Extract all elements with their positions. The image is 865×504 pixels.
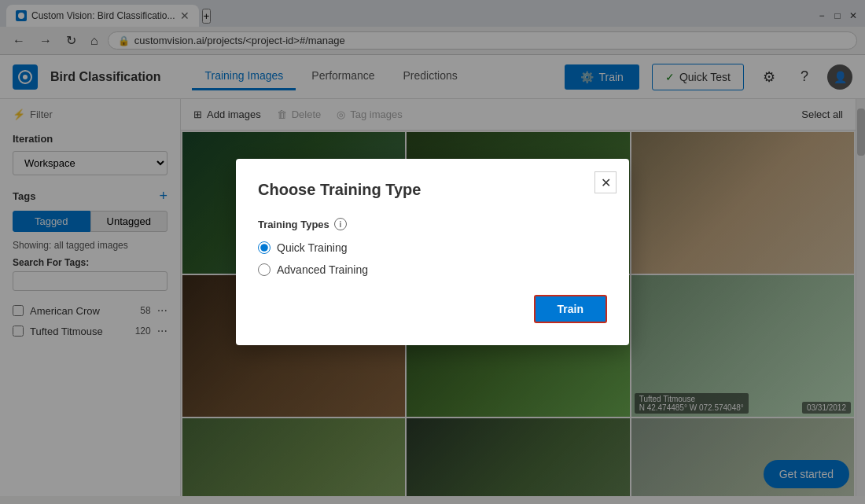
- quick-training-radio[interactable]: [258, 241, 271, 254]
- quick-training-label: Quick Training: [277, 241, 347, 254]
- modal-close-button[interactable]: ✕: [594, 171, 617, 193]
- modal-footer: Train: [258, 295, 607, 323]
- modal-section-title: Training Types i: [258, 218, 607, 230]
- modal-title: Choose Training Type: [258, 181, 607, 199]
- info-icon[interactable]: i: [334, 218, 347, 230]
- advanced-training-option[interactable]: Advanced Training: [258, 263, 607, 276]
- modal-train-button[interactable]: Train: [534, 295, 607, 323]
- advanced-training-radio[interactable]: [258, 263, 271, 276]
- quick-training-option[interactable]: Quick Training: [258, 241, 607, 254]
- advanced-training-label: Advanced Training: [277, 263, 368, 276]
- modal-overlay: Choose Training Type ✕ Training Types i …: [0, 0, 865, 496]
- training-type-modal: Choose Training Type ✕ Training Types i …: [236, 159, 629, 345]
